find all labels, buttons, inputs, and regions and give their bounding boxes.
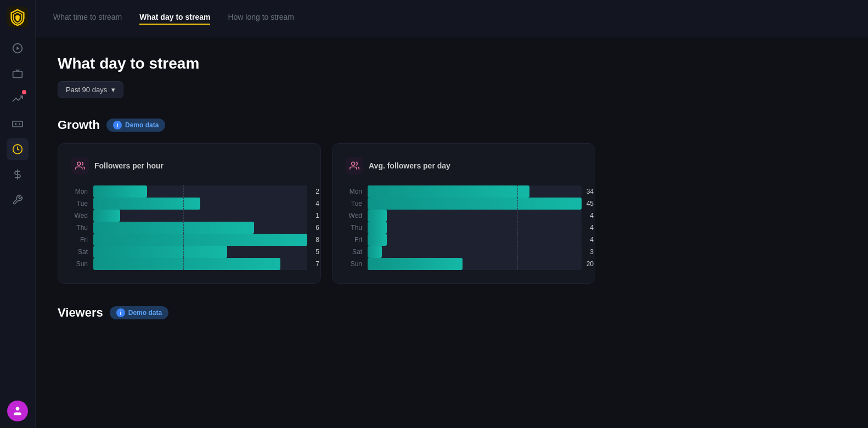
bar-label: Mon [71,188,88,195]
bar-track: 34 [368,185,582,198]
bar-value: 4 [590,212,594,219]
sidebar-gamepad[interactable] [7,113,29,135]
bar-fill [93,258,280,270]
bar-value: 7 [315,260,319,268]
growth-demo-label: Demo data [125,121,159,129]
bar-track: 3 [368,246,582,258]
bar-row-mon: Mon34 [346,185,582,198]
bar-value: 20 [587,260,594,268]
bar-value: 34 [587,188,594,195]
filter-label: Past 90 days [66,86,107,94]
tab-what-day[interactable]: What day to stream [139,13,210,25]
bar-label: Wed [346,212,362,219]
bar-fill [93,234,307,246]
bar-track: 8 [93,234,307,246]
bar-fill [93,198,200,210]
sidebar-dollar[interactable] [7,164,29,185]
bar-label: Fri [71,236,88,244]
tab-what-time[interactable]: What time to stream [53,13,122,25]
chart2-icon [346,157,363,174]
bar-label: Wed [71,212,88,219]
bar-fill [368,198,582,210]
bar-fill [93,222,254,234]
dashed-reference-line [517,222,518,234]
sidebar-play[interactable] [7,37,29,59]
chart2-title: Avg. followers per day [369,161,450,170]
dashed-reference-line [517,198,518,210]
page-body: What day to stream Past 90 days ▾ Growth… [36,37,868,359]
svg-point-6 [16,407,20,411]
sidebar-tv[interactable] [7,63,29,85]
growth-section-header: Growth i Demo data [58,118,846,132]
chevron-down-icon: ▾ [111,86,115,94]
info-icon: i [113,121,122,129]
bar-fill [93,185,147,198]
bar-track: 6 [93,222,307,234]
brand-logo[interactable] [7,7,28,27]
bar-row-sun: Sun7 [71,258,307,270]
bar-label: Tue [71,200,88,207]
bar-fill [368,185,529,198]
bar-track: 5 [93,246,307,258]
chart1-header: Followers per hour [71,157,307,174]
bar-fill [368,246,382,258]
bar-row-sun: Sun20 [346,258,582,270]
viewers-title: Viewers [58,306,103,320]
bar-label: Fri [346,236,362,244]
dashed-reference-line [517,185,518,198]
bar-value: 3 [590,248,594,256]
avg-followers-chart: Mon34Tue45Wed4Thu4Fri4Sat3Sun20 [346,185,582,270]
bar-track: 45 [368,198,582,210]
bar-row-wed: Wed4 [346,210,582,222]
bar-row-sat: Sat5 [71,246,307,258]
user-avatar[interactable] [7,401,28,421]
bar-track: 4 [368,222,582,234]
dashed-reference-line [183,198,184,210]
bar-row-sat: Sat3 [346,246,582,258]
followers-per-hour-chart: Mon2Tue4Wed1Thu6Fri8Sat5Sun7 [71,185,307,270]
top-navigation: What time to stream What day to stream H… [36,0,868,37]
bar-track: 4 [93,198,307,210]
bar-value: 4 [315,200,319,207]
time-filter-dropdown[interactable]: Past 90 days ▾ [58,81,123,98]
bar-fill [93,210,120,222]
chart1-title: Followers per hour [94,161,164,170]
bar-value: 2 [315,188,319,195]
dashed-reference-line [183,246,184,258]
bar-track: 4 [368,210,582,222]
tab-how-long[interactable]: How long to stream [228,13,294,25]
bar-value: 6 [315,224,319,232]
dashed-reference-line [183,222,184,234]
sidebar-clock[interactable] [7,138,29,160]
bar-value: 4 [590,224,594,232]
bar-label: Sun [71,260,88,268]
main-content: What time to stream What day to stream H… [36,0,868,428]
bar-label: Thu [71,224,88,232]
sidebar [0,0,36,428]
svg-marker-2 [16,47,19,50]
bar-fill [368,258,463,270]
avg-followers-per-day-card: Avg. followers per day Mon34Tue45Wed4Thu… [332,143,595,284]
viewers-demo-badge[interactable]: i Demo data [110,306,168,319]
bar-value: 1 [315,212,319,219]
chart1-icon [71,157,89,174]
bar-fill [93,246,227,258]
bar-row-thu: Thu4 [346,222,582,234]
viewers-section-header: Viewers i Demo data [58,306,846,320]
dashed-reference-line [517,258,518,270]
bar-track: 7 [93,258,307,270]
followers-per-hour-card: Followers per hour Mon2Tue4Wed1Thu6Fri8S… [58,143,321,284]
bar-value: 5 [315,248,319,256]
viewers-section: Viewers i Demo data [58,306,846,342]
page-title: What day to stream [58,55,846,72]
bar-label: Mon [346,188,362,195]
svg-rect-3 [13,71,22,78]
dashed-reference-line [183,185,184,198]
bar-track: 20 [368,258,582,270]
bar-value: 45 [587,200,594,207]
bar-label: Tue [346,200,362,207]
sidebar-analytics[interactable] [7,88,29,110]
sidebar-tools[interactable] [7,189,29,211]
growth-demo-badge[interactable]: i Demo data [106,119,165,132]
viewers-demo-label: Demo data [128,309,162,317]
